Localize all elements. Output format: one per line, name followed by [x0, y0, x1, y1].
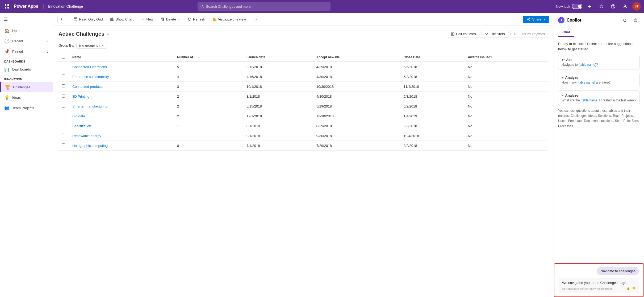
col-header-number[interactable]: Number of... ↓	[174, 53, 243, 62]
read-only-grid-button[interactable]: Read Only Grid	[70, 16, 106, 23]
svg-line-30	[516, 34, 517, 35]
svg-rect-17	[112, 18, 112, 21]
thumbs-up-icon[interactable]: 👍	[626, 287, 630, 290]
app-name-label: Innovation Challenge	[48, 4, 83, 9]
row-checkbox-cell[interactable]	[58, 101, 69, 111]
new-look-switch[interactable]	[572, 4, 582, 9]
col-header-accept[interactable]: Accept new ide... ↓	[313, 53, 400, 62]
row-close-cell: 5/3/2018	[400, 92, 465, 101]
col-header-launch[interactable]: Launch date ↑	[243, 53, 313, 62]
row-name-cell[interactable]: 3D Printing	[69, 92, 174, 101]
row-checkbox[interactable]	[62, 143, 65, 147]
row-checkbox-cell[interactable]	[58, 62, 69, 72]
copilot-suggestion-analyze2[interactable]: ≡ Analyze What are the [table name] I cr…	[558, 90, 640, 105]
row-checkbox[interactable]	[62, 94, 65, 98]
challenges-table: Name ↓ Number of... ↓ La	[58, 53, 548, 151]
visualize-icon	[213, 17, 216, 21]
help-icon[interactable]	[609, 2, 617, 11]
copilot-chat-tab[interactable]: Chat	[558, 28, 574, 37]
row-checkbox-cell[interactable]	[58, 72, 69, 82]
sidebar-item-team-projects[interactable]: 👥 Team Projects	[0, 103, 53, 113]
row-number-cell[interactable]: 1	[174, 131, 243, 141]
show-chart-button[interactable]: Show Chart	[107, 16, 137, 23]
view-title-chevron-icon[interactable]	[106, 32, 110, 36]
col-header-name[interactable]: Name ↓	[69, 53, 174, 62]
row-checkbox-cell[interactable]	[58, 121, 69, 131]
refresh-button[interactable]: Refresh	[185, 16, 208, 23]
pinned-chevron-icon: ∨	[46, 50, 49, 53]
sidebar-item-ideas[interactable]: 💡 Ideas	[0, 92, 53, 103]
svg-point-4	[201, 5, 203, 7]
row-name-cell[interactable]: Smarter manufacturing	[69, 101, 174, 111]
thumbs-down-icon[interactable]: 👎	[632, 287, 636, 290]
sidebar-item-recent[interactable]: 🕐 Recent ∨	[0, 36, 53, 46]
edit-filters-button[interactable]: Edit filters	[482, 30, 508, 38]
apps-grid-icon[interactable]	[3, 3, 11, 10]
row-number-cell[interactable]: 1	[174, 121, 243, 131]
analyze2-link: [table name]	[581, 98, 598, 102]
row-checkbox[interactable]	[62, 75, 65, 78]
profile-icon[interactable]	[621, 2, 629, 11]
share-button[interactable]: Share	[523, 16, 549, 23]
row-checkbox[interactable]	[62, 65, 65, 68]
sidebar-item-challenges[interactable]: 🏆 Challenges	[0, 82, 53, 92]
row-checkbox[interactable]	[62, 134, 65, 137]
row-name-cell[interactable]: Enterprise sustainability	[69, 72, 174, 82]
row-checkbox-cell[interactable]	[58, 111, 69, 121]
copilot-suggestion-analyze1[interactable]: ≡ Analyze How many [table name] are ther…	[558, 73, 640, 87]
content-area: Read Only Grid Show Chart New Delete	[53, 13, 554, 297]
act-link: [table name]	[579, 63, 596, 67]
new-look-toggle[interactable]: New look	[556, 4, 582, 9]
sidebar-item-pinned[interactable]: 📌 Pinned ∨	[0, 46, 53, 57]
edit-columns-button[interactable]: Edit columns	[448, 30, 479, 38]
row-checkbox[interactable]	[62, 114, 65, 117]
row-name-cell[interactable]: Connected products	[69, 82, 174, 92]
search-bar[interactable]: Search Challenges and more	[198, 2, 331, 11]
row-accept-cell: 9/30/2018	[313, 131, 400, 141]
sidebar-item-dashboards[interactable]: 📊 Dashboards	[0, 64, 53, 75]
row-checkbox-cell[interactable]	[58, 82, 69, 92]
response-disclaimer: AI-generated content may be incorrect	[562, 287, 612, 290]
group-by-select[interactable]: (no grouping)	[76, 42, 107, 49]
add-icon[interactable]	[586, 2, 594, 11]
select-all-checkbox[interactable]	[62, 55, 65, 59]
select-all-header[interactable]	[58, 53, 69, 62]
row-name-cell[interactable]: Connected Operations	[69, 62, 174, 72]
row-name-cell[interactable]: Holographic computing	[69, 141, 174, 151]
svg-point-24	[529, 20, 530, 21]
row-checkbox-cell[interactable]	[58, 92, 69, 101]
user-avatar[interactable]: ST	[632, 2, 641, 11]
row-awards-cell: No	[465, 72, 548, 82]
back-button[interactable]	[57, 15, 66, 23]
sidebar-pinned-label: Pinned	[12, 50, 23, 53]
row-accept-cell: 10/30/2018	[313, 82, 400, 92]
row-checkbox-cell[interactable]	[58, 141, 69, 151]
col-header-awards[interactable]: Awards issued? ↓	[465, 53, 548, 62]
keyword-filter[interactable]: Filter by keyword	[511, 30, 548, 38]
show-chart-label: Show Chart	[116, 17, 134, 21]
copilot-body: Ready to explore? Select one of the sugg…	[554, 37, 644, 263]
delete-button[interactable]: Delete	[158, 16, 184, 23]
copilot-suggestion-act[interactable]: ↩ Act Navigate to [table name]?	[558, 55, 640, 69]
new-button[interactable]: New	[138, 16, 157, 23]
row-checkbox[interactable]	[62, 124, 65, 127]
row-name-cell[interactable]: Servitization	[69, 121, 174, 131]
row-awards-cell: No	[465, 62, 548, 72]
copilot-header: ✦ Copilot	[554, 13, 644, 28]
row-name-cell[interactable]: Renewable energy	[69, 131, 174, 141]
sidebar-item-home[interactable]: 🏠 Home	[0, 26, 53, 36]
copilot-title: ✦ Copilot	[558, 17, 581, 23]
row-checkbox[interactable]	[62, 104, 65, 108]
row-awards-cell: No	[465, 131, 548, 141]
row-checkbox-cell[interactable]	[58, 131, 69, 141]
visualize-button[interactable]: Visualize this view	[210, 16, 249, 23]
sidebar-collapse-btn[interactable]	[0, 13, 53, 26]
row-checkbox[interactable]	[62, 84, 65, 88]
col-header-close[interactable]: Close Date ↓	[400, 53, 465, 62]
more-options-button[interactable]: ⋯	[250, 16, 260, 23]
analyze1-type-label: Analyze	[565, 76, 578, 80]
row-name-cell[interactable]: Big data	[69, 111, 174, 121]
settings-icon[interactable]	[597, 2, 606, 11]
copilot-refresh-icon[interactable]	[621, 16, 629, 24]
copilot-settings-icon[interactable]	[631, 16, 640, 24]
